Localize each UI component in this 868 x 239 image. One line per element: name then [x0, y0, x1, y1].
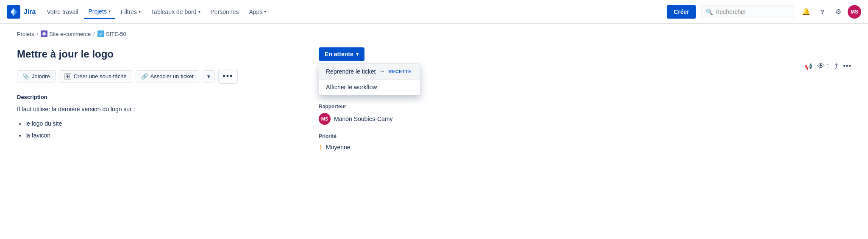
svg-point-1	[42, 32, 46, 36]
projets-chevron-icon: ▾	[108, 9, 111, 14]
nav-projets[interactable]: Projets ▾	[84, 5, 115, 19]
task-icon	[97, 30, 104, 37]
breadcrumb-issue: SITE-50	[97, 30, 126, 37]
right-panel: En attente ▾ Reprendre le ticket → RECET…	[319, 47, 454, 151]
notifications-button[interactable]: 🔔	[799, 5, 813, 19]
reporter-label: Rapporteur	[319, 104, 393, 110]
creer-sous-tache-button[interactable]: ⊞ Créer une sous-tâche	[59, 70, 132, 83]
breadcrumb-sep-2: /	[93, 31, 95, 37]
status-chevron-icon: ▾	[356, 51, 359, 57]
status-dropdown-menu: Reprendre le ticket → RECETTE Afficher l…	[319, 63, 420, 95]
gear-icon: ⚙	[835, 8, 841, 16]
dropdown-arrow-icon: →	[379, 68, 385, 75]
dropdown-item-workflow[interactable]: Afficher le workflow	[319, 80, 420, 95]
action-more-button[interactable]: •••	[218, 69, 238, 84]
action-chevron-icon: ▾	[207, 73, 210, 80]
action-dropdown-button[interactable]: ▾	[203, 70, 215, 82]
nav-apps[interactable]: Apps ▾	[245, 5, 270, 19]
breadcrumb-project-link[interactable]: Site e-commerce	[49, 31, 91, 37]
avatar-initials: MS	[851, 9, 858, 15]
reporter-value: MS Manon Soubies-Camy	[319, 113, 393, 125]
jira-text: Jira	[24, 8, 36, 16]
list-item: la favicon	[25, 129, 305, 141]
joindre-label: Joindre	[32, 73, 50, 80]
dropdown-reprendre-label: Reprendre le ticket	[326, 68, 376, 75]
search-input[interactable]	[715, 8, 790, 15]
status-label: En attente	[325, 51, 353, 58]
search-box[interactable]: 🔍	[701, 5, 794, 18]
project-icon	[41, 30, 47, 37]
top-navigation: Jira Votre travail Projets ▾ Filtres ▾ T…	[0, 0, 868, 24]
filtres-chevron-icon: ▾	[139, 9, 141, 14]
priority-section: Priorité ↑ Moyenne	[319, 133, 351, 151]
bell-icon: 🔔	[802, 8, 810, 16]
creer-sous-tache-label: Créer une sous-tâche	[74, 73, 127, 80]
breadcrumb-project: Site e-commerce	[41, 30, 91, 37]
action-buttons: 📎 Joindre ⊞ Créer une sous-tâche 🔗 Assoc…	[17, 69, 305, 84]
jira-logo[interactable]: Jira	[7, 5, 36, 19]
breadcrumb-issue-link[interactable]: SITE-50	[106, 31, 126, 37]
help-button[interactable]: ?	[815, 5, 829, 19]
nav-filtres[interactable]: Filtres ▾	[117, 5, 145, 19]
nav-personnes[interactable]: Personnes	[206, 5, 243, 19]
breadcrumb-sep-1: /	[36, 31, 38, 37]
left-panel: Mettre à jour le logo 📎 Joindre ⊞ Créer …	[17, 47, 305, 151]
issue-title: Mettre à jour le logo	[17, 47, 305, 60]
dropdown-workflow-label: Afficher le workflow	[326, 84, 377, 91]
paperclip-icon: 📎	[22, 73, 29, 80]
nav-votre-travail[interactable]: Votre travail	[42, 5, 82, 19]
description-section: Description Il faut utiliser la dernière…	[17, 94, 305, 141]
joindre-button[interactable]: 📎 Joindre	[17, 70, 56, 82]
link-icon: 🔗	[141, 73, 148, 80]
associer-ticket-button[interactable]: 🔗 Associer un ticket	[136, 70, 199, 82]
create-button[interactable]: Créer	[667, 5, 696, 19]
priority-icon: ↑	[319, 143, 323, 151]
status-button[interactable]: En attente ▾	[319, 47, 364, 61]
main-content: Mettre à jour le logo 📎 Joindre ⊞ Créer …	[0, 41, 868, 158]
reporter-section: Rapporteur MS Manon Soubies-Camy	[319, 104, 393, 125]
help-icon: ?	[820, 8, 824, 15]
dropdown-item-reprendre[interactable]: Reprendre le ticket → RECETTE	[319, 64, 420, 79]
reporter-name: Manon Soubies-Camy	[334, 115, 393, 122]
reporter-initials: MS	[321, 116, 328, 121]
priority-name: Moyenne	[326, 144, 351, 151]
right-panel-top: En attente ▾ Reprendre le ticket → RECET…	[319, 47, 454, 151]
topnav-actions: 🔔 ? ⚙ MS	[799, 5, 861, 19]
breadcrumb-projets-link[interactable]: Projets	[17, 31, 34, 37]
description-label: Description	[17, 94, 305, 100]
subtask-icon: ⊞	[64, 73, 71, 80]
list-item: le logo du site	[25, 118, 305, 129]
settings-button[interactable]: ⚙	[832, 5, 845, 19]
action-more-icon: •••	[223, 72, 234, 80]
breadcrumb: Projets / Site e-commerce / SITE-50	[0, 24, 868, 41]
reporter-avatar: MS	[319, 113, 331, 125]
dropdown-recette-badge: RECETTE	[389, 69, 412, 74]
description-intro: Il faut utiliser la dernière version du …	[17, 104, 305, 114]
search-icon: 🔍	[706, 8, 713, 15]
priority-value: ↑ Moyenne	[319, 143, 351, 151]
user-avatar[interactable]: MS	[848, 5, 861, 19]
description-list: le logo du site la favicon	[25, 118, 305, 141]
associer-ticket-label: Associer un ticket	[150, 73, 194, 80]
page-content: Projets / Site e-commerce / SITE-50 📢 👁 …	[0, 24, 868, 158]
nav-tableaux-de-bord[interactable]: Tableaux de bord ▾	[147, 5, 204, 19]
tableaux-chevron-icon: ▾	[198, 9, 200, 14]
apps-chevron-icon: ▾	[264, 9, 266, 14]
priority-label: Priorité	[319, 133, 351, 139]
